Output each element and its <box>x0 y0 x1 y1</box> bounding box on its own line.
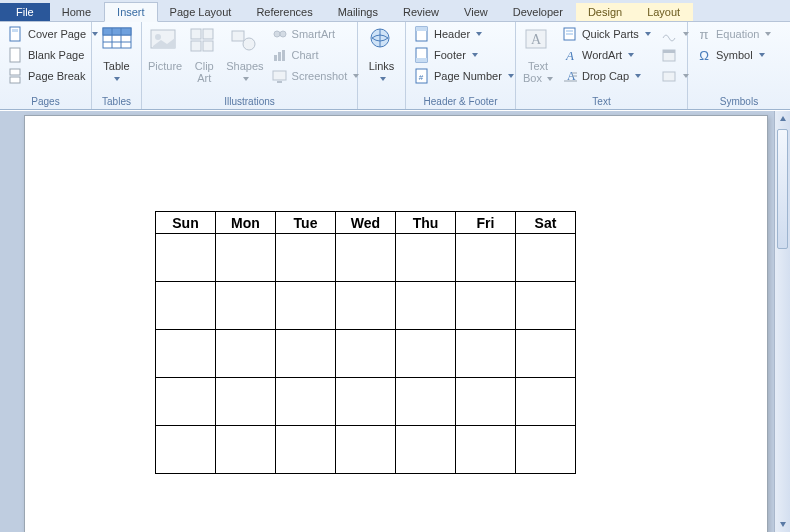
calendar-cell[interactable] <box>216 426 276 474</box>
tab-references[interactable]: References <box>244 3 325 21</box>
symbol-button[interactable]: Ω Symbol <box>692 45 775 65</box>
calendar-cell[interactable] <box>276 378 336 426</box>
chart-button[interactable]: Chart <box>268 45 364 65</box>
tab-view[interactable]: View <box>452 3 501 21</box>
calendar-cell[interactable] <box>336 378 396 426</box>
scroll-up-button[interactable] <box>775 111 790 127</box>
svg-rect-48 <box>663 72 675 81</box>
footer-icon <box>414 47 430 63</box>
header-button[interactable]: Header <box>410 24 518 44</box>
tab-page-layout[interactable]: Page Layout <box>158 3 245 21</box>
calendar-cell[interactable] <box>396 426 456 474</box>
calendar-cell[interactable] <box>336 330 396 378</box>
tab-mailings[interactable]: Mailings <box>326 3 391 21</box>
dropdown-caret-icon <box>476 32 482 36</box>
day-header[interactable]: Fri <box>456 212 516 234</box>
page-break-label: Page Break <box>28 70 85 82</box>
calendar-cell[interactable] <box>516 234 576 282</box>
tab-home[interactable]: Home <box>50 3 104 21</box>
calendar-cell[interactable] <box>396 330 456 378</box>
dropdown-caret-icon <box>645 32 651 36</box>
calendar-cell[interactable] <box>156 282 216 330</box>
calendar-cell[interactable] <box>516 378 576 426</box>
calendar-cell[interactable] <box>456 234 516 282</box>
smartart-button[interactable]: SmartArt <box>268 24 364 44</box>
tab-file[interactable]: File <box>0 3 50 21</box>
calendar-cell[interactable] <box>336 282 396 330</box>
day-header[interactable]: Sat <box>516 212 576 234</box>
calendar-cell[interactable] <box>396 282 456 330</box>
calendar-cell[interactable] <box>216 282 276 330</box>
calendar-cell[interactable] <box>276 426 336 474</box>
calendar-cell[interactable] <box>156 330 216 378</box>
calendar-cell[interactable] <box>156 234 216 282</box>
day-header[interactable]: Thu <box>396 212 456 234</box>
text-box-button[interactable]: A TextBox <box>520 24 556 86</box>
picture-icon <box>149 26 181 58</box>
svg-rect-23 <box>274 55 277 61</box>
calendar-cell[interactable] <box>216 234 276 282</box>
calendar-cell[interactable] <box>276 234 336 282</box>
page-number-button[interactable]: # Page Number <box>410 66 518 86</box>
document-page[interactable]: Sun Mon Tue Wed Thu Fri Sat <box>24 115 768 532</box>
calendar-cell[interactable] <box>276 282 336 330</box>
day-header[interactable]: Tue <box>276 212 336 234</box>
day-header[interactable]: Sun <box>156 212 216 234</box>
svg-rect-1 <box>12 29 18 32</box>
svg-rect-15 <box>191 29 201 39</box>
calendar-cell[interactable] <box>216 330 276 378</box>
links-button[interactable]: Links <box>362 24 401 86</box>
group-text: A TextBox Quick Parts A WordArt <box>516 22 688 109</box>
calendar-cell[interactable] <box>516 330 576 378</box>
calendar-cell[interactable] <box>336 234 396 282</box>
scroll-thumb[interactable] <box>777 129 788 249</box>
group-pages-label: Pages <box>4 95 87 109</box>
tab-insert[interactable]: Insert <box>104 2 158 22</box>
calendar-cell[interactable] <box>276 330 336 378</box>
footer-button[interactable]: Footer <box>410 45 518 65</box>
wordart-button[interactable]: A WordArt <box>558 45 655 65</box>
text-box-label: TextBox <box>523 60 553 84</box>
calendar-cell[interactable] <box>216 378 276 426</box>
table-button[interactable]: Table <box>96 24 137 86</box>
calendar-row <box>156 282 576 330</box>
date-time-icon <box>661 47 677 63</box>
cover-page-button[interactable]: Cover Page <box>4 24 102 44</box>
day-header[interactable]: Mon <box>216 212 276 234</box>
page-break-button[interactable]: Page Break <box>4 66 102 86</box>
calendar-cell[interactable] <box>516 426 576 474</box>
blank-page-button[interactable]: Blank Page <box>4 45 102 65</box>
calendar-cell[interactable] <box>456 378 516 426</box>
links-label: Links <box>369 60 395 72</box>
tab-review[interactable]: Review <box>391 3 452 21</box>
shapes-button[interactable]: Shapes <box>224 24 265 86</box>
object-button[interactable] <box>659 66 691 86</box>
tab-developer[interactable]: Developer <box>501 3 576 21</box>
calendar-cell[interactable] <box>456 426 516 474</box>
tab-layout[interactable]: Layout <box>635 3 693 21</box>
calendar-cell[interactable] <box>396 378 456 426</box>
scroll-down-button[interactable] <box>775 516 790 532</box>
screenshot-button[interactable]: Screenshot <box>268 66 364 86</box>
dropdown-caret-icon <box>380 77 386 81</box>
calendar-cell[interactable] <box>156 378 216 426</box>
date-time-button[interactable] <box>659 45 691 65</box>
equation-button[interactable]: π Equation <box>692 24 775 44</box>
day-header[interactable]: Wed <box>336 212 396 234</box>
calendar-cell[interactable] <box>516 282 576 330</box>
signature-line-button[interactable] <box>659 24 691 44</box>
vertical-scrollbar[interactable] <box>774 111 790 532</box>
tab-design[interactable]: Design <box>576 3 635 21</box>
picture-button[interactable]: Picture <box>146 24 184 74</box>
calendar-table[interactable]: Sun Mon Tue Wed Thu Fri Sat <box>155 211 576 474</box>
svg-rect-33 <box>416 58 427 62</box>
calendar-cell[interactable] <box>456 282 516 330</box>
calendar-cell[interactable] <box>156 426 216 474</box>
drop-cap-button[interactable]: A Drop Cap <box>558 66 655 86</box>
svg-point-20 <box>243 38 255 50</box>
calendar-cell[interactable] <box>456 330 516 378</box>
quick-parts-button[interactable]: Quick Parts <box>558 24 655 44</box>
calendar-cell[interactable] <box>396 234 456 282</box>
clip-art-button[interactable]: ClipArt <box>186 24 222 86</box>
calendar-cell[interactable] <box>336 426 396 474</box>
